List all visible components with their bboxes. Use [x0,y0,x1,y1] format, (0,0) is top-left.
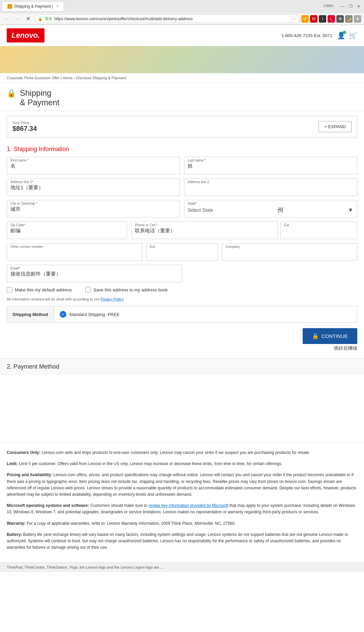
secure-text: 安全 [45,16,52,21]
phone-field[interactable]: Phone or Cell * 联系电话（重要） [131,222,277,239]
breadcrumb-home[interactable]: Home [63,76,72,80]
first-name-value: 名 [10,163,176,169]
address-line2-label: Address line 2 [188,180,354,184]
last-name-field[interactable]: Last name * 姓 [184,157,357,174]
email-field[interactable]: Email* 接收信息邮件（重要） [7,265,182,282]
phone-value: 联系电话（重要） [135,228,274,234]
state-select-row: Select State 州 ▼ [188,206,354,214]
ext-icon-1[interactable]: G [301,15,309,23]
continue-note: 填好后继续 [334,345,357,351]
ext-icon-4[interactable]: L [328,15,335,23]
city-state-row: City or Township * 城市 State* Select Stat… [7,200,357,218]
tab-favicon [7,4,12,9]
default-address-label: Make this my default address [15,287,72,292]
privacy-policy-link[interactable]: Privacy Policy [100,297,123,301]
first-name-label: First name * [10,159,176,162]
default-address-checkbox-box[interactable] [7,287,12,292]
browser-extensions: G M I L ⚙ 🌙 ⬇ [301,15,361,23]
minimize-button[interactable]: — [340,4,345,9]
expand-button[interactable]: + EXPAND [318,121,352,132]
continue-button[interactable]: 🔒 CONTINUE [303,328,357,344]
last-name-value: 姓 [188,163,354,169]
resolution-label: 1480s [324,4,334,9]
default-address-checkbox[interactable]: Make this my default address [7,287,72,292]
save-address-label: Save this address to my address book [93,287,168,292]
company-label: Company [225,245,354,249]
price-info: Your Price $867.34 [12,121,37,133]
city-field[interactable]: City or Township * 城市 [7,200,180,218]
header-right: 1-800-426-7235 Ext. 5071 👤 🛒 [281,31,357,39]
browser-tab[interactable]: Shipping & Payment | × [3,2,63,11]
check-circle-icon: ✓ [60,311,66,318]
address-line1-label: Address line 1* [10,180,176,184]
address-bar[interactable]: 🔒 安全 https://www.lenovo.com/us/en/perkso… [34,15,299,23]
page-lock-icon: 🔒 [7,89,16,98]
logo-text: Lenovo. [11,31,40,39]
legal-pricing-text: Lenovo.com offers, prices, and product s… [7,472,356,497]
ext-icon-5[interactable]: ⚙ [336,15,344,23]
legal-warranty: Warranty: For a copy of applicable warra… [7,520,357,527]
continue-lock-icon: 🔒 [312,333,319,339]
restore-button[interactable]: ❐ [348,4,353,9]
other-contact-field[interactable]: Other contact number [7,243,142,261]
state-field[interactable]: State* Select State 州 ▼ [184,200,357,218]
forward-button[interactable]: → [13,15,22,23]
lenovo-logo[interactable]: Lenovo. [7,28,44,42]
legal-warranty-title: Warranty: [7,521,26,526]
shipping-option[interactable]: ✓ Standard Shipping -FREE [54,306,125,322]
user-icon[interactable]: 👤 [337,31,345,39]
page-title-section: 🔒 Shipping & Payment [0,83,364,111]
payment-title: 2. Payment Method [7,363,357,370]
legal-consumers-title: Consumers Only: [7,450,40,455]
ext-icon-7[interactable]: ⬇ [354,15,361,23]
payment-section: 2. Payment Method [0,358,364,375]
ext-icon-6[interactable]: 🌙 [345,15,353,23]
legal-limit-title: Limit: [7,461,18,466]
hero-banner [0,46,364,73]
first-name-field[interactable]: First name * 名 [7,157,180,174]
star-icon[interactable]: ☆ [292,16,296,21]
address-line1-field[interactable]: Address line 1* 地址1（重要） [7,178,180,196]
legal-microsoft-text1: Customers should make sure to [90,503,149,508]
save-address-checkbox[interactable]: Save this address to my address book [85,287,168,292]
save-address-checkbox-box[interactable] [85,287,91,292]
zip-field[interactable]: Zip Code* 邮编 [7,222,127,239]
user-badge [343,31,346,34]
address-line1-value: 地址1（重要） [10,184,176,191]
other-ext-field[interactable]: Ext. [146,243,218,261]
cart-icon[interactable]: 🛒 [349,31,357,39]
tab-close-icon[interactable]: × [56,4,59,9]
legal-warranty-text: For a copy of applicable warranties, wri… [27,521,236,526]
header-phone: 1-800-426-7235 Ext. 5071 [281,33,332,38]
page-title-line2: & Payment [20,98,59,107]
check-mark: ✓ [61,312,65,317]
name-row: First name * 名 Last name * 姓 [7,157,357,174]
state-placeholder: Select State [188,207,213,213]
back-button[interactable]: ← [3,15,11,23]
zip-value: 邮编 [10,228,123,234]
close-button[interactable]: ✕ [356,4,361,9]
legal-battery-text: Battery life (and recharge times) will v… [7,532,348,550]
page-title-line1: Shipping [20,88,59,98]
other-contact-row: Other contact number Ext. Company [7,243,357,261]
email-row: Email* 接收信息邮件（重要） [7,265,357,282]
company-field[interactable]: Company [222,243,357,261]
ext-icon-2[interactable]: M [310,15,317,23]
phone-ext-field[interactable]: Ext. [280,222,357,239]
checkbox-row: Make this my default address Save this a… [7,287,357,292]
refresh-button[interactable]: ✕ [24,15,32,23]
price-label: Your Price [12,121,37,125]
footer-bar: ThinkPad, ThinkCentre, ThinkStation, Yog… [0,562,364,572]
privacy-text-content: All information entered will be dealt wi… [7,297,100,301]
breadcrumb-prefix: Corporate Perks Exclusive Offer [7,76,60,80]
legal-limit-text: Limit 5 per customer. Offers valid from … [19,461,282,466]
shipping-method-row: Shipping Method ✓ Standard Shipping -FRE… [7,306,357,323]
tab-title: Shipping & Payment | [14,4,53,9]
state-dropdown-arrow: ▼ [347,207,354,214]
legal-microsoft-link[interactable]: review key information provided by Micro… [149,503,229,508]
lock-icon: 🔒 [38,17,43,21]
legal-consumers-text: Lenovo.com sells and ships products to e… [41,450,310,455]
phone-group: Phone or Cell * 联系电话（重要） Ext. [131,222,357,239]
address-line2-field[interactable]: Address line 2 [184,178,357,196]
ext-icon-3[interactable]: I [319,15,326,23]
